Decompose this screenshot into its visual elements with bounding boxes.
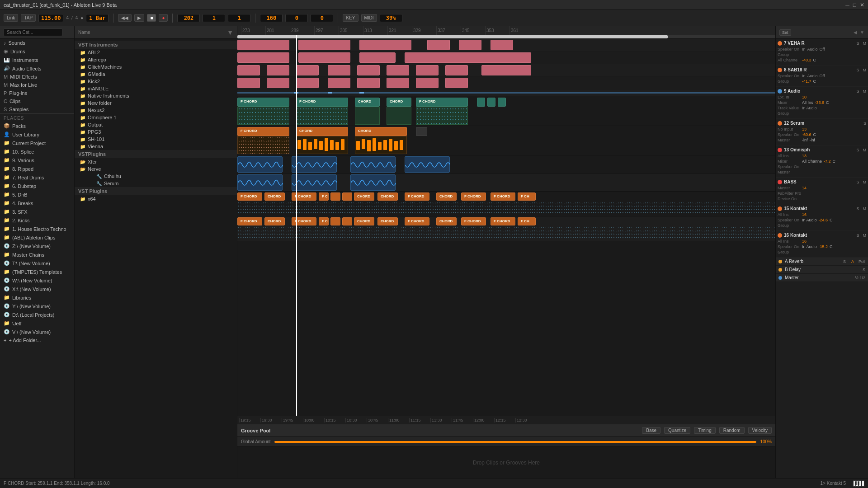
chord-clip-b2[interactable]: CHORD: [264, 217, 285, 225]
clip-4h[interactable]: [445, 78, 468, 88]
sidebar-item-t-vol[interactable]: 💿T:\ (New Volume): [0, 259, 74, 267]
wave-clip-6[interactable]: [292, 174, 337, 191]
chord-clip-b10[interactable]: CHORD: [436, 217, 457, 225]
chord-clip-b1[interactable]: F CHORD: [237, 217, 262, 225]
chord-clip-b11[interactable]: F CHORD: [461, 217, 486, 225]
clip-3g[interactable]: [416, 65, 439, 75]
clip-chord-7[interactable]: [487, 98, 495, 107]
clip-chord-3[interactable]: CHORD: [355, 98, 380, 107]
track-clips-inst1[interactable]: F CHORD F CHORD CHORD: [237, 97, 775, 126]
close-button[interactable]: ✕: [860, 2, 864, 8]
list-item-x64[interactable]: 📁x64: [75, 195, 237, 202]
bar-setting[interactable]: 1 Bar: [86, 14, 108, 22]
chord-clip-b8[interactable]: CHORD: [377, 217, 398, 225]
list-item-abl2[interactable]: 📁ABL2: [75, 49, 237, 56]
sidebar-item-w-vol[interactable]: 💿W:\ (New Volume): [0, 276, 74, 285]
wave-clip-5[interactable]: [237, 174, 283, 191]
list-item-alterego[interactable]: 📁Alterego: [75, 56, 237, 63]
clip-4c[interactable]: [296, 78, 319, 88]
chord-clip-b9[interactable]: F CHORD: [405, 217, 429, 225]
track-clips-chord-a[interactable]: F CHORD CHORD F CHORD F CHO CHORD: [237, 192, 775, 216]
chord-clip-a10[interactable]: CHORD: [436, 192, 457, 201]
chord-clip-a8[interactable]: CHORD: [377, 192, 398, 201]
clip-2b[interactable]: [298, 52, 350, 63]
sidebar-item-drums[interactable]: ◉ Drums: [0, 47, 74, 56]
clip-chord-seq-3[interactable]: CHORD: [355, 127, 407, 136]
sidebar-item-kicks[interactable]: 📁2. Kicks: [0, 216, 74, 225]
groove-drop-zone[interactable]: Drop Clips or Grooves Here: [237, 447, 775, 478]
chord-clip-b13[interactable]: F CH: [518, 217, 536, 225]
wave-clip-7[interactable]: [350, 174, 396, 191]
link-button[interactable]: Link: [4, 14, 18, 22]
list-item-gmedia[interactable]: 📁GMedia: [75, 70, 237, 78]
track-scroll-bar[interactable]: [237, 35, 775, 39]
maximize-button[interactable]: □: [853, 2, 856, 8]
list-item-output[interactable]: 📁Output: [75, 121, 237, 128]
chord-clip-a12[interactable]: F CHORD: [491, 192, 515, 201]
swing-display[interactable]: 0: [285, 14, 308, 22]
list-item-nexus2[interactable]: 📁Nexus2: [75, 107, 237, 114]
bpm-display[interactable]: 115.00: [38, 14, 63, 22]
clip-1c[interactable]: [359, 40, 411, 50]
track-clips-2[interactable]: [237, 52, 775, 64]
sidebar-item-libraries[interactable]: 📁Libraries: [0, 293, 74, 302]
chord-clip-b5[interactable]: [330, 217, 340, 225]
clip-3h[interactable]: [445, 65, 468, 75]
sidebar-item-jeff[interactable]: 📁\Jeff: [0, 319, 74, 328]
clip-3f[interactable]: [387, 65, 409, 75]
chord-clip-b12[interactable]: F CHORD: [491, 217, 515, 225]
chord-clip-a11[interactable]: F CHORD: [461, 192, 486, 201]
sidebar-item-v-vol[interactable]: 💿V:\ (New Volume): [0, 328, 74, 336]
clip-2d[interactable]: [405, 52, 531, 63]
track-clips-5[interactable]: [237, 89, 775, 96]
sidebar-item-plugins[interactable]: P Plug-ins: [0, 89, 74, 97]
list-item-serum[interactable]: 🔧Serum: [75, 180, 237, 187]
clip-4g[interactable]: [416, 78, 439, 88]
chord-clip-a6[interactable]: [342, 192, 352, 201]
sidebar-item-splice[interactable]: 📁10. Splice: [0, 147, 74, 156]
clip-chord-4[interactable]: CHORD: [387, 98, 411, 107]
key-button[interactable]: KEY: [343, 14, 358, 22]
groove-quantize-btn[interactable]: Quantize: [664, 427, 690, 434]
clip-chord-seq-2[interactable]: CHORD: [296, 127, 348, 136]
wave-clip-1[interactable]: [237, 156, 283, 173]
list-item-xfer[interactable]: 📂Xfer: [75, 158, 237, 165]
clip-4b[interactable]: [267, 78, 289, 88]
sidebar-item-instruments[interactable]: 🎹 Instruments: [0, 56, 74, 64]
sidebar-item-dnb[interactable]: 📁5. DnB: [0, 190, 74, 199]
clip-3a[interactable]: [237, 65, 260, 75]
clip-4a[interactable]: [237, 78, 260, 88]
sidebar-item-audio-effects[interactable]: 🔊 Audio Effects: [0, 64, 74, 73]
sidebar-item-house[interactable]: 📁1. House Electro Techno: [0, 225, 74, 233]
list-item-nerve[interactable]: 📂Nerve: [75, 165, 237, 173]
chord-clip-a7[interactable]: CHORD: [354, 192, 374, 201]
subbeat-display[interactable]: 1: [228, 14, 250, 22]
tempo-display[interactable]: 160: [260, 14, 283, 22]
list-item-omnisphere[interactable]: 📁Omniphere 1: [75, 114, 237, 121]
mixer-options-btn[interactable]: ▼: [860, 30, 864, 35]
sidebar-item-midi-effects[interactable]: M MIDI Effects: [0, 73, 74, 81]
clip-chord-seq-1[interactable]: F CHORD: [237, 127, 289, 136]
list-item-kick2[interactable]: 📁Kick2: [75, 78, 237, 85]
stop-button[interactable]: ■: [147, 14, 156, 22]
sidebar-item-user-library[interactable]: 👤User Library: [0, 130, 74, 139]
clip-small-1[interactable]: [416, 127, 427, 136]
record-button[interactable]: ●: [159, 14, 168, 22]
add-folder-button[interactable]: ++ Add Folder...: [0, 336, 74, 344]
clip-2c[interactable]: [359, 52, 396, 63]
sidebar-item-current-project[interactable]: 📁Current Project: [0, 139, 74, 147]
list-item-vienna[interactable]: 📁Vienna: [75, 143, 237, 150]
track-clips-4[interactable]: [237, 77, 775, 89]
clip-1b[interactable]: [298, 40, 350, 50]
sidebar-item-sounds[interactable]: ♪ Sounds: [0, 39, 74, 47]
sidebar-item-breaks[interactable]: 📁4. Breaks: [0, 199, 74, 207]
sidebar-item-real-drums[interactable]: 📁7. Real Drums: [0, 173, 74, 182]
chord-clip-a4[interactable]: F CHO: [319, 192, 329, 201]
clip-chord-2[interactable]: F CHORD: [296, 98, 348, 107]
midi-button[interactable]: MIDI: [361, 14, 377, 22]
chord-clip-a5[interactable]: [330, 192, 340, 201]
groove-velocity-btn[interactable]: Velocity: [748, 427, 772, 434]
sidebar-item-master-chains[interactable]: 📁Master Chains: [0, 250, 74, 259]
set-button[interactable]: Set: [779, 29, 791, 36]
list-item-cthulhu[interactable]: 🔧Cthulhu: [75, 173, 237, 180]
